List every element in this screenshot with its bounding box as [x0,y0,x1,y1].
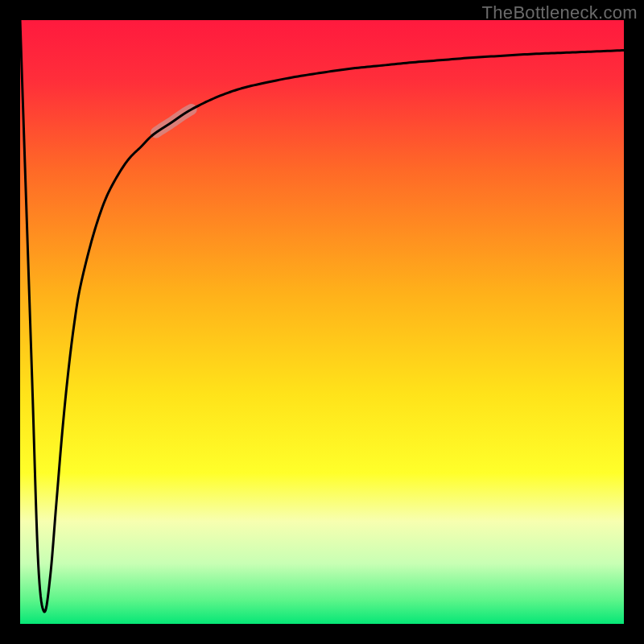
plot-area [20,20,624,624]
chart-frame: TheBottleneck.com [0,0,644,644]
chart-svg [20,20,624,624]
watermark-text: TheBottleneck.com [482,2,638,23]
svg-rect-0 [20,20,624,624]
